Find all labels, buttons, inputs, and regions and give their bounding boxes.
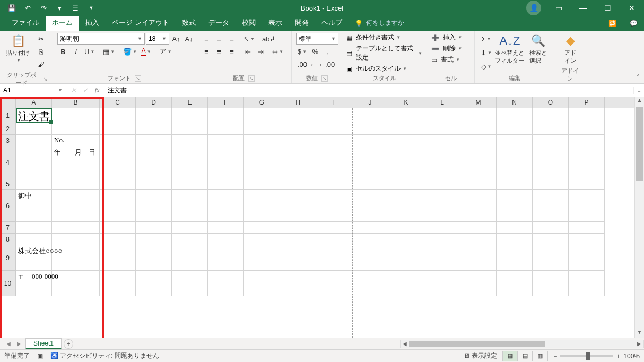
cell-I10[interactable] [316,271,352,296]
cell-B6[interactable] [52,190,100,222]
cell-K7[interactable] [388,222,424,234]
cell-M6[interactable] [460,190,497,222]
cell-K9[interactable] [388,245,424,271]
tab-review[interactable]: 校閲 [236,15,262,31]
cell-I7[interactable] [316,222,352,234]
find-select-button[interactable]: 🔍 検索と 選択 [526,33,550,66]
column-header-O[interactable]: O [533,97,569,108]
cell-P5[interactable] [569,178,605,190]
horizontal-scrollbar[interactable]: ◀ ▶ [400,340,644,348]
cell-D5[interactable] [136,178,172,190]
row-header-4[interactable]: 4 [0,146,16,178]
font-color-button[interactable]: A▼ [140,46,153,57]
cut-button[interactable]: ✂ [35,33,47,45]
column-header-A[interactable]: A [16,97,52,108]
cell-A5[interactable] [16,178,52,190]
expand-formula-bar-button[interactable]: ⌄ [633,87,644,94]
cell-E1[interactable] [172,108,208,123]
cell-K6[interactable] [388,190,424,222]
cell-A1[interactable]: 注文書 [16,108,52,123]
cell-K3[interactable] [388,135,424,146]
cell-A3[interactable] [16,135,52,146]
cell-P10[interactable] [569,271,605,296]
cell-I8[interactable] [316,234,352,245]
cell-N3[interactable] [497,135,533,146]
cell-I4[interactable] [316,146,352,178]
cell-E3[interactable] [172,135,208,146]
close-button[interactable]: ✕ [620,0,644,16]
cell-M10[interactable] [460,271,497,296]
column-header-M[interactable]: M [460,97,497,108]
cell-I1[interactable] [316,108,352,123]
tab-pagelayout[interactable]: ページ レイアウト [106,15,176,31]
comma-button[interactable]: , [322,46,334,57]
tab-home[interactable]: ホーム [46,15,79,31]
cell-E2[interactable] [172,123,208,135]
cell-B10[interactable] [52,271,100,296]
number-launcher[interactable]: ↘ [321,75,328,82]
cell-G1[interactable] [244,108,280,123]
row-header-7[interactable]: 7 [0,222,16,234]
cell-G10[interactable] [244,271,280,296]
row-header-1[interactable]: 1 [0,108,16,123]
cell-C6[interactable] [100,190,136,222]
cell-P7[interactable] [569,222,605,234]
cell-N7[interactable] [497,222,533,234]
page-layout-view-button[interactable]: ▤ [518,351,533,361]
row-header-10[interactable]: 10 [0,271,16,296]
cell-C5[interactable] [100,178,136,190]
cell-K2[interactable] [388,123,424,135]
minimize-button[interactable]: — [571,0,595,16]
cell-A10[interactable]: 〒 000-0000 [16,271,52,296]
font-size-combo[interactable]: 18▼ [146,33,169,45]
cell-J4[interactable] [352,146,388,178]
ribbon-display-options[interactable]: ▭ [546,0,571,16]
sheet-nav-prev[interactable]: ◀ [4,341,13,347]
column-header-J[interactable]: J [352,97,388,108]
row-header-3[interactable]: 3 [0,135,16,146]
cell-H5[interactable] [280,178,316,190]
cell-N1[interactable] [497,108,533,123]
cell-O6[interactable] [533,190,569,222]
wrap-text-button[interactable]: ab↲ [260,33,277,45]
cell-C9[interactable] [100,245,136,271]
cell-I3[interactable] [316,135,352,146]
cell-J1[interactable] [352,108,388,123]
cell-L5[interactable] [424,178,460,190]
clear-button[interactable]: ◇▼ [479,61,493,72]
cell-P3[interactable] [569,135,605,146]
cell-D9[interactable] [136,245,172,271]
cell-O4[interactable] [533,146,569,178]
tab-file[interactable]: ファイル [5,15,46,31]
column-header-N[interactable]: N [497,97,533,108]
cell-P4[interactable] [569,146,605,178]
number-format-combo[interactable]: 標準▼ [296,33,338,45]
cell-J8[interactable] [352,234,388,245]
cell-L3[interactable] [424,135,460,146]
cell-F3[interactable] [208,135,244,146]
column-header-B[interactable]: B [52,97,100,108]
cell-L9[interactable] [424,245,460,271]
cell-L7[interactable] [424,222,460,234]
column-header-L[interactable]: L [424,97,460,108]
sort-filter-button[interactable]: A↓Z 並べ替えと フィルター [497,33,523,66]
cell-B2[interactable] [52,123,100,135]
normal-view-button[interactable]: ▦ [503,351,518,361]
cell-I6[interactable] [316,190,352,222]
cell-C4[interactable] [100,146,136,178]
addins-button[interactable]: ◆ アド イン [559,33,582,66]
cell-O1[interactable] [533,108,569,123]
cell-F4[interactable] [208,146,244,178]
cell-C8[interactable] [100,234,136,245]
cell-B7[interactable] [52,222,100,234]
cell-K10[interactable] [388,271,424,296]
cell-E10[interactable] [172,271,208,296]
tell-me[interactable]: 💡 何をしますか [349,15,411,31]
format-painter-button[interactable]: 🖌 [35,58,47,70]
redo-button[interactable]: ↷ [36,1,51,15]
row-header-2[interactable]: 2 [0,123,16,135]
cell-N4[interactable] [497,146,533,178]
tab-help[interactable]: ヘルプ [315,15,349,31]
cell-K1[interactable] [388,108,424,123]
cell-J2[interactable] [352,123,388,135]
